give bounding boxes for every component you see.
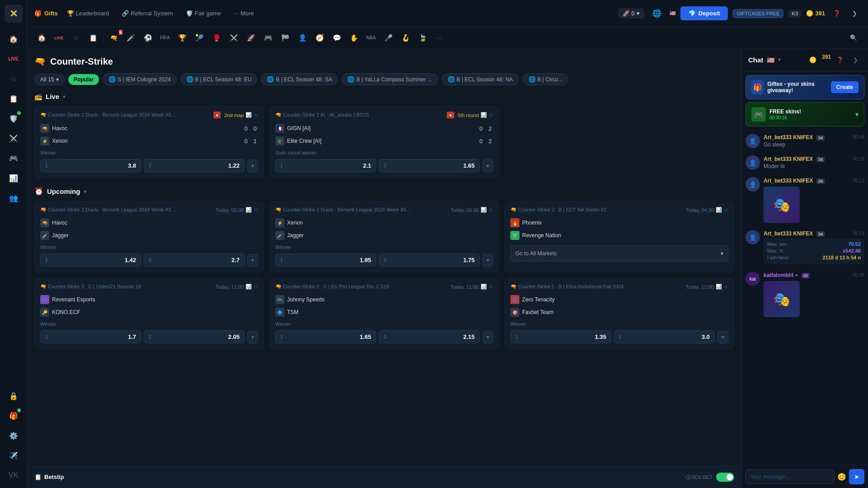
upcoming-match-4-odds2-btn[interactable]: 2 2.05 xyxy=(144,330,245,343)
live-match-2-odds2-btn[interactable]: 2 1.65 xyxy=(379,159,480,172)
sidebar-schedule-icon[interactable]: 📋 xyxy=(5,90,22,107)
quick-bet-toggle[interactable] xyxy=(716,473,734,482)
sidebar-favorites-icon[interactable]: ☆ xyxy=(5,70,22,87)
sport-tennis-icon[interactable]: 🎾 xyxy=(192,31,207,45)
upcoming-match-6[interactable]: 🔫 Counter-Strike 2 · B | Elisa Invitatio… xyxy=(505,278,734,349)
nav-referral[interactable]: 🔗 Referral System xyxy=(118,8,176,19)
free-skins-promo-card[interactable]: 🎮 FREE skins! 00:00:16 ▾ xyxy=(745,102,864,127)
deposit-button[interactable]: 💎 Deposit xyxy=(680,6,728,20)
upcoming-match-1-star-icon[interactable]: ☆ xyxy=(254,207,258,213)
giftex-promo-card[interactable]: 🎁 Giftex - your skins giveaway! Create xyxy=(745,75,864,99)
nav-counter[interactable]: 🚀 0 ▾ xyxy=(618,8,644,19)
sidebar-users-icon[interactable]: 👥 xyxy=(5,190,22,206)
filter-tournament-4[interactable]: 🌐 B | ECL Season 48: NA xyxy=(442,73,519,85)
nav-chevron[interactable]: ❯ xyxy=(849,8,861,19)
upcoming-match-2-star-icon[interactable]: ☆ xyxy=(489,207,493,213)
sport-dagger-icon[interactable]: 🗡️ xyxy=(123,31,138,45)
sport-home-icon[interactable]: 🏠 xyxy=(34,31,49,45)
chat-emoji-icon[interactable]: 😊 xyxy=(837,473,846,481)
upcoming-match-2-more-btn[interactable]: ▾ xyxy=(482,254,493,267)
sport-dota-icon[interactable]: 🎮 xyxy=(261,31,275,45)
live-match-1[interactable]: 🔫 Counter-Strike 2 Duels · Berserk Leagu… xyxy=(34,106,264,178)
upcoming-match-4-star-icon[interactable]: ☆ xyxy=(254,284,258,290)
filter-tournament-0[interactable]: 🌐 S | IEM Cologne 2024 xyxy=(103,73,176,85)
upcoming-match-6-odds2-btn[interactable]: 2 3.0 xyxy=(614,330,715,343)
chat-flag-chevron[interactable]: ▾ xyxy=(778,57,781,63)
upcoming-match-6-stats-icon[interactable]: 📊 xyxy=(716,284,722,290)
upcoming-match-2[interactable]: 🔫 Counter-Strike 2 Duels · Berserk Leagu… xyxy=(269,201,499,272)
sport-sword-icon[interactable]: ⚔️ xyxy=(226,31,241,45)
sport-compass-icon[interactable]: 🧭 xyxy=(312,31,327,45)
live-match-2-stats-icon[interactable]: 📊 xyxy=(481,112,487,118)
sport-soccer-icon[interactable]: ⚽ xyxy=(141,31,155,45)
sidebar-vk-icon[interactable]: VK xyxy=(5,467,22,483)
sport-cs-icon[interactable]: 🔫 6 xyxy=(106,31,121,45)
sidebar-stats-icon[interactable]: 📊 xyxy=(5,170,22,186)
live-match-1-star-icon[interactable]: ☆ xyxy=(254,112,258,118)
brand-logo[interactable]: ✕ xyxy=(5,5,23,23)
upcoming-match-5-odds2-btn[interactable]: 2 2.15 xyxy=(379,330,480,343)
upcoming-match-4[interactable]: 🔫 Counter-Strike 2 · C | United21 Season… xyxy=(34,278,264,349)
live-match-1-more-btn[interactable]: ▾ xyxy=(247,160,258,172)
sidebar-live-icon[interactable]: LIVE xyxy=(5,51,22,67)
sport-search-icon[interactable]: 🔍 xyxy=(846,31,861,45)
upcoming-match-2-odds2-btn[interactable]: 2 1.75 xyxy=(379,253,480,267)
chat-send-button[interactable]: ➤ xyxy=(849,469,864,484)
upcoming-match-4-more-btn[interactable]: ▾ xyxy=(247,331,258,343)
sport-list-icon[interactable]: 📋 xyxy=(86,31,100,45)
sport-live-icon[interactable]: LIVE xyxy=(52,31,66,45)
filter-tournament-5[interactable]: 🌐 B | Circu... xyxy=(523,73,569,85)
nav-more[interactable]: ··· More xyxy=(230,8,257,19)
sport-star-icon[interactable]: ☆ xyxy=(69,31,83,45)
sport-mic-icon[interactable]: 🎤 xyxy=(381,31,396,45)
nav-help[interactable]: ❓ xyxy=(830,8,844,19)
sport-flag-icon[interactable]: 🏁 xyxy=(278,31,292,45)
upcoming-match-6-more-btn[interactable]: ▾ xyxy=(717,331,728,343)
upcoming-match-5-star-icon[interactable]: ☆ xyxy=(489,284,493,290)
upcoming-match-2-stats-icon[interactable]: 📊 xyxy=(481,207,487,213)
sport-chat-icon[interactable]: 💬 xyxy=(330,31,344,45)
sidebar-home-icon[interactable]: 🏠 xyxy=(5,31,22,47)
filter-popular[interactable]: Popular xyxy=(68,74,99,85)
live-filter-icon[interactable]: ▾ xyxy=(63,94,66,100)
filter-tournament-2[interactable]: 🌐 B | ECL Season 48: SA xyxy=(261,73,338,85)
sidebar-gift-icon[interactable]: 🎁 xyxy=(5,408,22,424)
giftcase-badge[interactable]: GIFTCASES FREE xyxy=(732,9,783,18)
upcoming-match-1-more-btn[interactable]: ▾ xyxy=(247,254,258,267)
upcoming-match-2-odds1-btn[interactable]: 1 1.95 xyxy=(275,253,376,267)
upcoming-match-4-odds1-btn[interactable]: 1 1.7 xyxy=(40,330,141,343)
live-match-1-odds1-btn[interactable]: 1 3.8 xyxy=(40,159,141,172)
goto-markets-btn[interactable]: Go to All Markets ▾ xyxy=(510,245,728,262)
filter-tournament-3[interactable]: 🌐 B | YaLLa Compass Summer ... xyxy=(341,73,438,85)
live-match-2-odds1-btn[interactable]: 1 2.1 xyxy=(275,159,376,172)
sport-profile-icon[interactable]: 👤 xyxy=(295,31,310,45)
sport-fifa-icon[interactable]: FIFA xyxy=(158,31,172,45)
sport-more-icon[interactable]: ··· xyxy=(433,31,447,45)
nav-gifts[interactable]: 🎁 Gifts xyxy=(34,10,58,17)
chat-help-icon[interactable]: ❓ xyxy=(834,54,846,66)
upcoming-match-5-odds1-btn[interactable]: 1 1.65 xyxy=(275,330,376,343)
upcoming-match-1-stats-icon[interactable]: 📊 xyxy=(245,207,252,213)
upcoming-match-1[interactable]: 🔫 Counter-Strike 2 Duels · Berserk Leagu… xyxy=(34,201,264,272)
upcoming-match-3[interactable]: 🔫 Counter-Strike 2 · B | CCT NA Series #… xyxy=(505,201,734,272)
chat-message-input[interactable] xyxy=(745,469,835,484)
live-match-2-star-icon[interactable]: ☆ xyxy=(489,112,493,118)
sport-league-icon[interactable]: 🏆 xyxy=(175,31,189,45)
sport-hook-icon[interactable]: 🪝 xyxy=(398,31,413,45)
sidebar-settings-icon[interactable]: ⚙️ xyxy=(5,427,22,444)
live-match-1-stats-icon[interactable]: 📊 xyxy=(245,112,252,118)
upcoming-match-1-odds1-btn[interactable]: 1 1.42 xyxy=(40,253,141,267)
nav-globe[interactable]: 🌐 xyxy=(649,7,665,19)
upcoming-match-5-stats-icon[interactable]: 📊 xyxy=(481,284,487,290)
sport-leaf-icon[interactable]: 🍃 xyxy=(415,31,430,45)
upcoming-match-6-odds1-btn[interactable]: 1 1.35 xyxy=(510,330,611,343)
filter-tournament-1[interactable]: 🌐 B | ECL Season 48: EU xyxy=(180,73,258,85)
upcoming-match-6-star-icon[interactable]: ☆ xyxy=(724,284,728,290)
live-match-1-odds2-btn[interactable]: 2 1.22 xyxy=(144,159,245,172)
sidebar-shield-icon[interactable]: 🛡️ xyxy=(5,110,22,127)
chat-points-icon[interactable]: 🟡 xyxy=(807,54,819,66)
sidebar-telegram-icon[interactable]: ✈️ xyxy=(5,447,22,464)
sport-hand-icon[interactable]: ✋ xyxy=(347,31,361,45)
nav-fair[interactable]: 🛡️ Fair game xyxy=(182,8,225,19)
nav-leaderboard[interactable]: 🏆 Leaderboard xyxy=(63,8,113,19)
